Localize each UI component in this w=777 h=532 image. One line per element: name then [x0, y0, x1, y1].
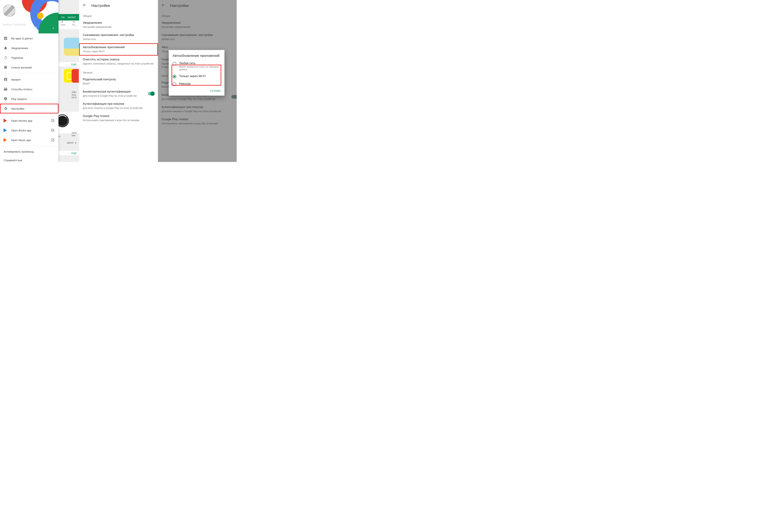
drawer-item-protect[interactable]: Play Защита: [0, 94, 59, 104]
item-subtitle: Настройки уведомлений: [83, 25, 154, 29]
drawer-item-subscriptions[interactable]: Подписки: [0, 53, 59, 62]
open-external-icon: [51, 118, 55, 123]
avatar[interactable]: [3, 4, 15, 17]
deco-circle-yellow: [37, 13, 43, 19]
family[interactable]: Fa...: [72, 23, 77, 26]
drawer-item-wishlist[interactable]: Список желаний: [0, 62, 59, 72]
settings-clear-search[interactable]: Очистить историю поиска Удалить поисковы…: [79, 55, 158, 68]
refresh-icon: [4, 56, 11, 60]
drawer-label: Способы оплаты: [11, 88, 32, 91]
drawer-label: Аккаунт: [11, 78, 21, 81]
settings-download-pref[interactable]: Скачивание приложения: настройки Любая с…: [79, 31, 158, 43]
item-title: Биометрическая аутентификация: [83, 90, 148, 94]
drawer-label: Play Защита: [11, 98, 27, 101]
drawer-label: My apps & games: [11, 37, 33, 40]
ro-label: ro: [59, 135, 61, 138]
section-more-2[interactable]: ЕЩЁ: [59, 151, 79, 155]
drawer-label: Список желаний: [11, 66, 32, 69]
screenshot-drawer: KS MUSIC Choi... Fa... ЕЩЁ AliEx Sma 63 …: [0, 0, 79, 162]
item-title: Google Play Instant: [83, 114, 154, 118]
loading-thumbnail[interactable]: [59, 112, 79, 133]
item-title: Автообновление приложений: [83, 45, 154, 49]
settings-instant[interactable]: Google Play Instant Использовать приложе…: [79, 112, 158, 124]
price-row: 289.00 ➤: [59, 142, 79, 144]
dialog-done-button[interactable]: ГОТОВО: [169, 88, 224, 94]
store-tabs: KS MUSIC: [59, 14, 79, 20]
settings-notifications[interactable]: Уведомления Настройки уведомлений: [79, 19, 158, 31]
nav-drawer: Энакин Скайуокер My apps & games Уведомл…: [0, 0, 59, 162]
drawer-item-account[interactable]: Аккаунт: [0, 75, 59, 84]
drawer-list: My apps & games Уведомления Подписки Спи…: [0, 33, 59, 162]
option-any-network[interactable]: Любая сеть Может взиматься плата за пере…: [169, 60, 224, 73]
drawer-label: Подписки: [11, 56, 23, 59]
gear-icon: [4, 107, 11, 111]
divider: [0, 73, 59, 74]
play-music-icon: [4, 138, 11, 142]
settings-biometric[interactable]: Биометрическая аутентификация Для покупо…: [79, 88, 158, 100]
aliexpress-thumbnail[interactable]: [72, 69, 79, 83]
drawer-item-help[interactable]: Справка/отзыв: [0, 156, 59, 162]
drawer-item-promo[interactable]: Активировать промокод: [0, 147, 59, 156]
drawer-label: Настройки: [11, 107, 24, 110]
yandex-label: Yand liste: [72, 132, 77, 137]
open-external-icon: [51, 128, 55, 133]
item-title: Скачивание приложения: настройки: [83, 33, 154, 37]
drawer-item-music[interactable]: Open Music app: [0, 135, 59, 145]
item-subtitle: Только через Wi-Fi: [83, 50, 154, 53]
option-never[interactable]: Никогда: [169, 80, 224, 88]
open-external-icon: [51, 138, 55, 142]
credit-card-icon: [4, 87, 11, 91]
item-title: Уведомления: [83, 21, 154, 25]
radio-unchecked-icon: [173, 62, 176, 65]
chevron-down-icon[interactable]: [51, 26, 55, 31]
editors-choice[interactable]: Choi...: [61, 23, 67, 26]
install-icon[interactable]: ➤: [75, 142, 77, 144]
toggle-switch[interactable]: [148, 92, 154, 96]
back-arrow-icon[interactable]: [82, 3, 86, 8]
section-general: Общие: [79, 11, 158, 19]
price-value: 289.00: [67, 142, 73, 144]
settings-parental[interactable]: Родительский контроль ВЫКЛ: [79, 76, 158, 88]
option-wifi-only[interactable]: Только через Wi-Fi: [169, 73, 224, 80]
item-subtitle: Использовать приложения и игры без устан…: [83, 119, 154, 122]
tab-music[interactable]: MUSIC: [68, 16, 76, 19]
page-title: Настройки: [91, 3, 110, 8]
drawer-label: Уведомления: [11, 46, 28, 49]
section-more-1[interactable]: ЕЩЁ: [59, 62, 79, 66]
drawer-header[interactable]: Энакин Скайуокер: [0, 0, 59, 33]
drawer-item-myapps[interactable]: My apps & games: [0, 33, 59, 43]
option-label: Только через Wi-Fi: [179, 75, 221, 78]
drawer-item-settings[interactable]: Настройки: [0, 104, 59, 113]
account-icon: [4, 78, 11, 82]
item-subtitle: ВЫКЛ: [83, 82, 154, 85]
drawer-label: Справка/отзыв: [4, 159, 22, 162]
drawer-item-payment[interactable]: Способы оплаты: [0, 84, 59, 94]
play-books-icon: [4, 128, 11, 132]
item-subtitle: Для всех покупок в Google Play на этом у…: [83, 106, 154, 110]
drawer-item-movies[interactable]: Open Movies app: [0, 116, 59, 125]
drawer-item-notifications[interactable]: Уведомления: [0, 43, 59, 53]
bell-icon: [4, 46, 11, 50]
option-label: Любая сеть: [179, 61, 221, 65]
auto-update-dialog: Автообновление приложений Любая сеть Мож…: [169, 50, 224, 96]
drawer-item-books[interactable]: Open Books app: [0, 125, 59, 135]
aliexpress-label: AliEx Sma 63 M: [72, 91, 77, 99]
tab-ks[interactable]: KS: [61, 16, 65, 19]
radio-unchecked-icon: [173, 82, 176, 86]
screenshot-dialog: Настройки Общие Уведомления Настройки ув…: [158, 0, 237, 162]
drawer-label: Open Music app: [11, 139, 31, 142]
settings-auto-update[interactable]: Автообновление приложений Только через W…: [79, 43, 158, 55]
option-sublabel: Может взиматься плата за передачу данных: [179, 65, 221, 71]
user-name: Энакин Скайуокер: [3, 23, 26, 26]
item-title: Аутентификация при покупке: [83, 102, 154, 106]
drawer-label: Open Movies app: [11, 119, 32, 122]
apps-grid-icon: [4, 36, 11, 40]
store-subtabs: Choi... Fa...: [59, 20, 79, 29]
item-subtitle: Для покупок в Google Play на этом устрой…: [83, 94, 148, 98]
dialog-title: Автообновление приложений: [169, 53, 224, 60]
app-thumbnail[interactable]: [64, 38, 79, 56]
settings-purchase-auth[interactable]: Аутентификация при покупке Для всех поку…: [79, 100, 158, 112]
item-subtitle: Удалить поисковые запросы, введенные на …: [83, 62, 154, 65]
option-label: Никогда: [179, 82, 221, 86]
radio-checked-icon: [173, 75, 176, 78]
